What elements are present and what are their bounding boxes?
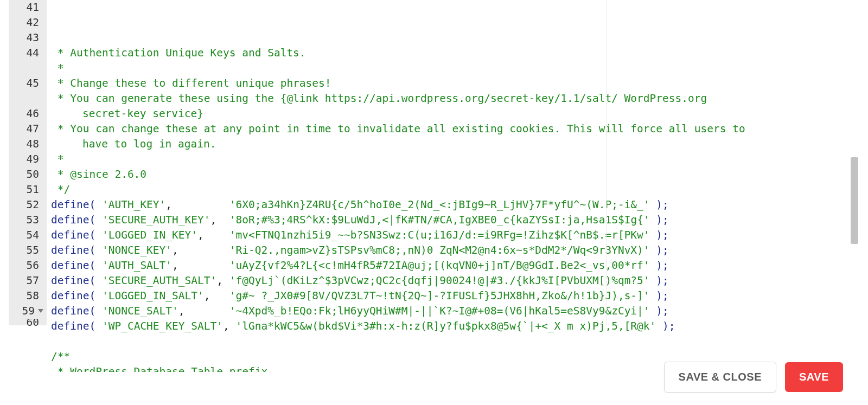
line-number: 54 bbox=[9, 228, 43, 243]
code-line[interactable]: define( 'LOGGED_IN_SALT', 'g#~ ?_JX0#9[8… bbox=[51, 288, 845, 304]
line-number: 52 bbox=[9, 197, 43, 213]
code-line[interactable]: * Authentication Unique Keys and Salts. bbox=[51, 46, 845, 61]
line-number: 43 bbox=[9, 30, 43, 46]
code-line[interactable]: define( 'NONCE_KEY', 'Ri-Q2.,ngam>vZ}sTS… bbox=[51, 243, 845, 258]
line-number: 59 bbox=[9, 304, 43, 319]
code-line[interactable]: * @since 2.6.0 bbox=[51, 167, 845, 182]
code-line[interactable]: define( 'LOGGED_IN_KEY', 'mv<FTNQ1nzhi5i… bbox=[51, 228, 845, 243]
vertical-scrollbar[interactable] bbox=[848, 0, 858, 325]
line-number: 53 bbox=[9, 213, 43, 228]
code-line[interactable]: * You can generate these using the {@lin… bbox=[51, 91, 845, 106]
save-and-close-button[interactable]: SAVE & CLOSE bbox=[664, 362, 776, 393]
code-line[interactable]: */ bbox=[51, 182, 845, 197]
line-number: 41 bbox=[9, 0, 43, 15]
code-line[interactable]: define( 'NONCE_SALT', '~4Xpd%_b!EQo:Fk;l… bbox=[51, 304, 845, 319]
code-line[interactable]: * Change these to different unique phras… bbox=[51, 76, 845, 91]
code-line[interactable]: define( 'SECURE_AUTH_KEY', '8oR;#%3;4RS^… bbox=[51, 213, 845, 228]
code-area[interactable]: * Authentication Unique Keys and Salts. … bbox=[47, 0, 845, 325]
code-line[interactable]: define( 'AUTH_SALT', 'uAyZ{vf2%4?L{<c!mH… bbox=[51, 258, 845, 273]
line-number: 56 bbox=[9, 258, 43, 273]
code-line[interactable]: define( 'SECURE_AUTH_SALT', 'f@QyLj`(dKi… bbox=[51, 273, 845, 288]
line-number: 44 bbox=[9, 46, 43, 61]
line-number: 51 bbox=[9, 182, 43, 197]
line-number: 48 bbox=[9, 137, 43, 152]
code-line[interactable]: * bbox=[51, 152, 845, 167]
line-number: 55 bbox=[9, 243, 43, 258]
code-line[interactable]: define( 'WP_CACHE_KEY_SALT', 'lGna*kWC5&… bbox=[51, 319, 845, 334]
line-number: 60 bbox=[9, 319, 43, 326]
code-line[interactable]: secret-key service} bbox=[51, 106, 845, 121]
line-number: 42 bbox=[9, 15, 43, 30]
code-line[interactable]: * bbox=[51, 61, 845, 76]
line-number: 50 bbox=[9, 167, 43, 182]
line-number: 45 bbox=[9, 76, 43, 91]
line-number-gutter: 4142434445464748495051525354555657585960 bbox=[9, 0, 47, 325]
line-number: 57 bbox=[9, 273, 43, 288]
code-editor[interactable]: 4142434445464748495051525354555657585960… bbox=[9, 0, 845, 325]
code-line[interactable]: define( 'AUTH_KEY', '6X0;a34hKn}Z4RU{c/5… bbox=[51, 197, 845, 213]
line-number: 49 bbox=[9, 152, 43, 167]
code-line[interactable]: * You can change these at any point in t… bbox=[51, 121, 845, 137]
line-number: 58 bbox=[9, 288, 43, 304]
line-number: 46 bbox=[9, 106, 43, 121]
editor-footer-actions: SAVE & CLOSE SAVE bbox=[0, 355, 845, 398]
fold-caret-icon[interactable] bbox=[38, 309, 43, 313]
code-line[interactable] bbox=[51, 334, 845, 349]
save-button[interactable]: SAVE bbox=[785, 362, 843, 392]
print-margin-guide bbox=[607, 0, 607, 325]
line-number: 47 bbox=[9, 121, 43, 137]
code-line[interactable]: have to log in again. bbox=[51, 137, 845, 152]
scrollbar-thumb[interactable] bbox=[851, 157, 858, 244]
